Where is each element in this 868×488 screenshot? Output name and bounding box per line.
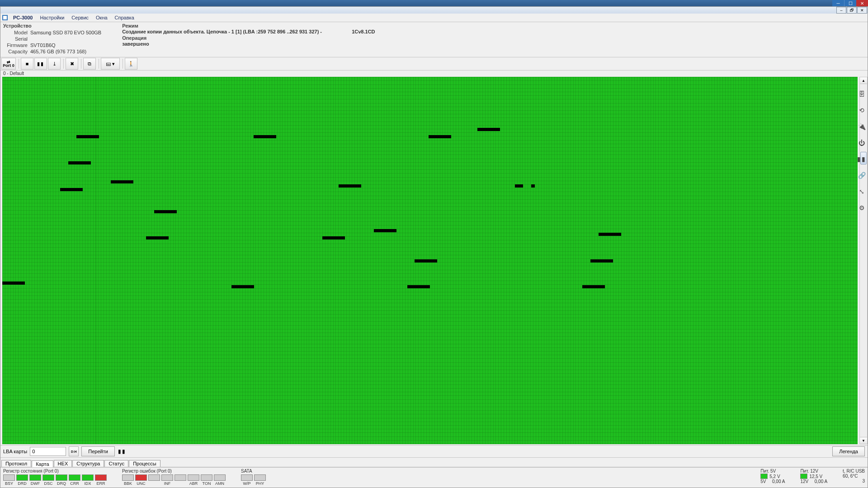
- status-bar: Регистр состояния (Port 0) BSYDRDDWFDSCD…: [0, 467, 868, 488]
- window-minimize-button[interactable]: –: [836, 7, 846, 14]
- link-icon[interactable]: 🔗: [857, 171, 866, 180]
- capacity-value: 465,76 GB (976 773 168): [30, 49, 103, 54]
- register-box: [29, 474, 41, 481]
- legend-button[interactable]: Легенда: [832, 446, 865, 456]
- tab-structure[interactable]: Структура: [72, 460, 104, 467]
- device-dropdown[interactable]: 🖴 ▾: [101, 58, 120, 70]
- lba-input[interactable]: [30, 447, 66, 456]
- register-cell: DRQ: [56, 474, 67, 486]
- tab-status[interactable]: Статус: [104, 460, 128, 467]
- register-cell: [175, 474, 186, 486]
- register-box: [254, 474, 266, 481]
- register-box: [56, 474, 67, 481]
- register-box: [69, 474, 80, 481]
- bottom-tabs: Протокол Карта HEX Структура Статус Проц…: [0, 457, 868, 467]
- pause-side-icon[interactable]: ▮▮: [857, 155, 866, 164]
- serial-value: [30, 36, 103, 42]
- window-titlebar: – 🗗 ✕: [0, 7, 868, 14]
- register-label: TON: [203, 481, 211, 486]
- state-register-title: Регистр состояния (Port 0): [3, 469, 107, 474]
- lba-pause-button[interactable]: ▮▮: [118, 448, 127, 455]
- register-box: [16, 474, 28, 481]
- device-tree-icon[interactable]: 🗄: [857, 89, 866, 99]
- os-taskbar: ─ ☐ ✕: [0, 0, 868, 6]
- power-icon[interactable]: ⏻: [857, 138, 866, 147]
- temp-sub: 3: [843, 479, 865, 483]
- lba-label: LBA карты: [3, 449, 27, 454]
- temp-title: t, R/C USB: [843, 469, 865, 474]
- defect-run: [531, 184, 535, 188]
- register-box: [241, 474, 253, 481]
- scroll-up-button[interactable]: ▲: [860, 77, 867, 84]
- menu-service[interactable]: Сервис: [68, 15, 92, 20]
- settings-slider-icon[interactable]: ⚙: [857, 203, 866, 212]
- os-close-button[interactable]: ✕: [856, 0, 868, 6]
- lba-bar: LBA карты D:H Перейти ▮▮ Легенда: [0, 445, 868, 457]
- register-label: BBK: [124, 481, 132, 486]
- tab-map[interactable]: Карта: [32, 460, 53, 467]
- mode-line: Создание копии данных объекта. Цепочка -…: [122, 29, 375, 34]
- menu-settings[interactable]: Настройки: [36, 15, 68, 20]
- window-restore-button[interactable]: 🗗: [847, 7, 857, 14]
- register-box: [135, 474, 147, 481]
- goto-button[interactable]: Перейти: [81, 446, 115, 456]
- register-label: DRQ: [57, 481, 66, 486]
- map-area: 0 - Default ▲ ▼ 🗄 ⟲ 🔌 ⏻ ▮▮ 🔗 ⤡ ⚙: [0, 70, 868, 445]
- reset-icon[interactable]: ⟲: [857, 106, 866, 115]
- register-cell: DRD: [16, 474, 28, 486]
- tab-protocol[interactable]: Протокол: [1, 460, 31, 467]
- map-canvas[interactable]: [2, 77, 858, 444]
- os-maximize-button[interactable]: ☐: [844, 0, 856, 6]
- lba-hex-toggle[interactable]: D:H: [69, 446, 79, 456]
- register-box: [188, 474, 199, 481]
- defect-run: [599, 233, 621, 236]
- model-label: Model: [4, 30, 29, 35]
- device-info: Устройство ModelSamsung SSD 870 EVO 500G…: [3, 23, 104, 55]
- connect-icon[interactable]: 🔌: [857, 122, 866, 131]
- defect-run: [515, 184, 523, 188]
- register-label: UNC: [137, 481, 146, 486]
- tab-processes[interactable]: Процессы: [129, 460, 160, 467]
- menu-bar: PC-3000 Настройки Сервис Окна Справка: [0, 14, 868, 22]
- info-bar: Устройство ModelSamsung SSD 870 EVO 500G…: [0, 22, 868, 57]
- power-5v-volt: 5,2 V: [769, 474, 780, 479]
- menu-windows[interactable]: Окна: [92, 15, 111, 20]
- map-label: 0 - Default: [3, 71, 24, 76]
- defect-run: [254, 135, 276, 138]
- register-box: [82, 474, 94, 481]
- register-cell: DWF: [29, 474, 41, 486]
- tools-button[interactable]: ✖: [66, 58, 78, 70]
- temp-value: 60, 6°C: [843, 474, 865, 479]
- register-label: CRR: [70, 481, 79, 486]
- temp-block: t, R/C USB 60, 6°C 3: [843, 469, 865, 483]
- register-cell: BBK: [122, 474, 134, 486]
- export-button[interactable]: ⤓: [48, 58, 61, 70]
- stop-button[interactable]: ■: [21, 58, 33, 70]
- operation-value: завершено: [122, 41, 375, 47]
- defect-run: [339, 184, 361, 188]
- menu-app[interactable]: PC-3000: [9, 15, 36, 20]
- register-cell: ABR: [188, 474, 199, 486]
- pause-button[interactable]: ▮▮: [34, 58, 47, 70]
- port-button[interactable]: ⇄Port 0: [1, 58, 16, 70]
- power-12v-amp: 0,00 A: [815, 479, 827, 484]
- register-label: INF: [164, 481, 171, 486]
- exit-button[interactable]: 🚶: [125, 58, 137, 70]
- defect-run: [415, 259, 437, 263]
- os-minimize-button[interactable]: ─: [832, 0, 844, 6]
- copy-button[interactable]: ⧉: [83, 58, 96, 70]
- register-label: DSC: [44, 481, 52, 486]
- app-logo-icon: [2, 15, 8, 20]
- defect-run: [590, 259, 613, 263]
- window-close-button[interactable]: ✕: [857, 7, 867, 14]
- detach-icon[interactable]: ⤡: [857, 187, 866, 196]
- app-window: – 🗗 ✕ PC-3000 Настройки Сервис Окна Спра…: [0, 6, 868, 488]
- block-map[interactable]: [2, 77, 858, 444]
- register-cell: TON: [201, 474, 212, 486]
- register-box: [42, 474, 54, 481]
- register-cell: DSC: [42, 474, 54, 486]
- menu-help[interactable]: Справка: [111, 15, 138, 20]
- tab-hex[interactable]: HEX: [54, 460, 72, 467]
- power-5v-title: Пит. 5V: [760, 469, 785, 474]
- firmware-label: Firmware: [4, 42, 29, 48]
